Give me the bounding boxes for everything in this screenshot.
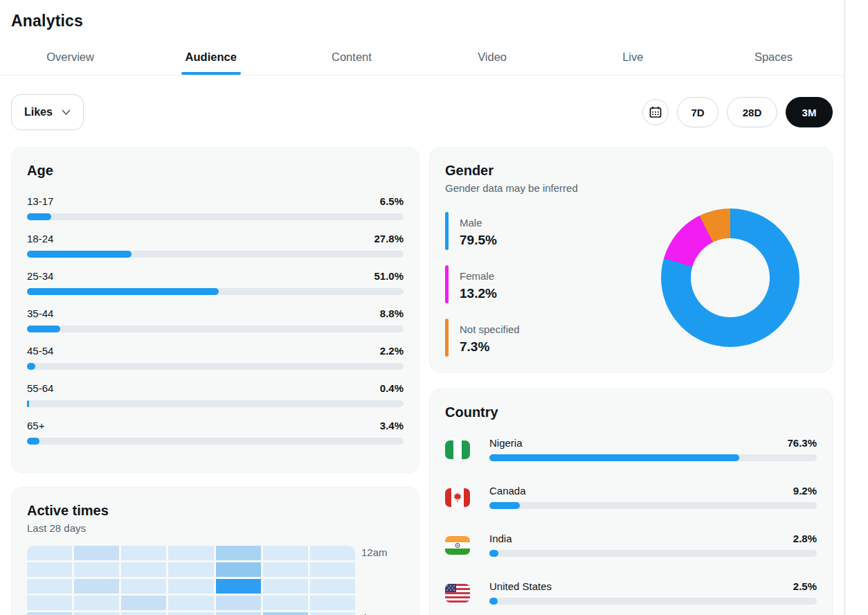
not-specified-value: 7.3% (460, 339, 520, 355)
country-name: Nigeria (489, 437, 523, 449)
age-row: 18-2427.8% (27, 233, 404, 258)
active-times-heatmap (27, 546, 355, 615)
country-rows: Nigeria76.3% (445, 437, 817, 605)
age-rows: 13-176.5% 18-2427.8% 25-3451.0% 35-448.8… (27, 195, 404, 445)
age-row-value: 2.2% (380, 345, 404, 357)
active-times-subtitle: Last 28 days (27, 522, 404, 534)
tab-content[interactable]: Content (281, 39, 422, 75)
heatmap-cell (263, 596, 308, 610)
chevron-down-icon (62, 109, 71, 116)
age-row-value: 0.4% (380, 382, 404, 394)
range-28d-button[interactable]: 28D (727, 97, 777, 127)
heatmap-cell (74, 579, 119, 594)
heatmap-cell (310, 612, 355, 615)
country-row-india: India2.8% (445, 533, 817, 557)
tab-spaces[interactable]: Spaces (703, 39, 844, 75)
toolbar: Likes 7D 28D 3M (0, 94, 844, 130)
age-bar-track (27, 213, 404, 220)
heatmap-cell (263, 562, 308, 577)
range-7d-button[interactable]: 7D (677, 97, 718, 127)
age-row-label: 45-54 (27, 345, 53, 357)
country-bar-fill (489, 550, 498, 557)
india-flag-icon (445, 536, 470, 555)
age-row-value: 6.5% (380, 195, 404, 207)
heatmap-cell (310, 546, 355, 560)
date-range-group: 7D 28D 3M (642, 97, 833, 127)
heatmap-cell (216, 579, 261, 594)
heatmap-cell (216, 612, 261, 615)
us-flag-icon (445, 584, 470, 603)
country-bar-fill (489, 454, 739, 461)
heatmap-cell (310, 596, 355, 610)
age-card: Age 13-176.5% 18-2427.8% 25-3451.0% (11, 147, 419, 473)
heatmap-cell (263, 546, 308, 560)
tab-video[interactable]: Video (422, 39, 563, 75)
country-card-title: Country (445, 404, 817, 420)
main-content: Age 13-176.5% 18-2427.8% 25-3451.0% (0, 147, 844, 615)
gender-card-title: Gender (445, 163, 817, 179)
heatmap-cell (216, 562, 261, 577)
age-bar-fill (27, 438, 39, 445)
heatmap-cell (27, 546, 72, 560)
age-row-value: 8.8% (380, 308, 404, 319)
age-row: 35-448.8% (27, 308, 404, 332)
heatmap-cell (121, 562, 166, 577)
hour-label-4am: 4am (361, 612, 381, 615)
country-bar-track (489, 550, 817, 557)
male-legend-bar (445, 212, 449, 250)
age-row-label: 55-64 (27, 382, 53, 394)
tab-bar: Overview Audience Content Video Live Spa… (0, 39, 844, 75)
heatmap-cell (168, 612, 213, 615)
age-row-value: 27.8% (374, 233, 404, 244)
heatmap-cell (27, 612, 72, 615)
not-specified-label: Not specified (460, 323, 520, 335)
tab-live[interactable]: Live (563, 39, 703, 75)
heatmap-cell (168, 562, 213, 577)
heatmap-cell (121, 596, 166, 610)
metric-dropdown-label: Likes (24, 106, 53, 118)
country-row-canada: Canada9.2% (445, 485, 817, 509)
age-bar-track (27, 251, 404, 258)
age-row: 13-176.5% (27, 195, 404, 220)
analytics-page: Analytics Overview Audience Content Vide… (0, 0, 845, 615)
country-name: Canada (489, 485, 526, 497)
canada-flag-icon (445, 488, 470, 507)
age-bar-fill (27, 288, 219, 295)
heatmap-cell (27, 579, 72, 594)
age-card-title: Age (27, 163, 404, 179)
heatmap-cell (310, 562, 355, 577)
female-label: Female (460, 270, 497, 282)
heatmap-cell (121, 579, 166, 594)
page-title: Analytics (11, 12, 833, 30)
country-bar-fill (489, 502, 520, 509)
age-bar-fill (27, 213, 51, 220)
calendar-button[interactable] (642, 99, 669, 125)
age-bar-track (27, 326, 404, 332)
country-bar-fill (489, 598, 498, 605)
male-value: 79.5% (460, 233, 497, 248)
age-bar-track (27, 288, 404, 295)
heatmap-cell (216, 546, 261, 560)
calendar-icon (649, 105, 662, 119)
gender-legend-male: Male 79.5% (445, 212, 661, 250)
age-row-label: 65+ (27, 420, 44, 431)
right-column: Gender Gender data may be inferred Male … (429, 147, 833, 615)
age-row-value: 3.4% (380, 420, 404, 431)
range-3m-button[interactable]: 3M (786, 97, 833, 127)
tab-overview[interactable]: Overview (0, 39, 141, 75)
heatmap-cell (74, 546, 119, 560)
country-value: 76.3% (787, 437, 817, 449)
gender-body: Male 79.5% Female 13.2% (445, 212, 817, 357)
left-column: Age 13-176.5% 18-2427.8% 25-3451.0% (11, 147, 419, 615)
metric-dropdown[interactable]: Likes (11, 94, 84, 130)
gender-card: Gender Gender data may be inferred Male … (429, 147, 833, 373)
age-row-label: 25-34 (27, 270, 53, 282)
female-legend-bar (445, 265, 449, 303)
tab-audience[interactable]: Audience (141, 39, 281, 75)
not-specified-legend-bar (445, 319, 449, 357)
age-bar-track (27, 363, 404, 370)
age-row: 25-3451.0% (27, 270, 404, 295)
country-name: United States (489, 580, 552, 592)
nigeria-flag-icon (445, 440, 470, 459)
heatmap-cell (168, 596, 213, 610)
